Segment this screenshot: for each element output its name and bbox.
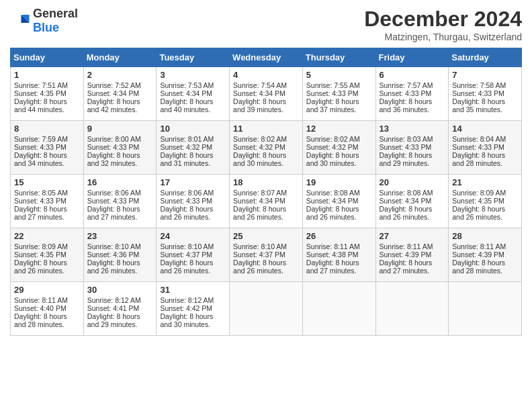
table-cell: 29Sunrise: 8:11 AMSunset: 4:40 PMDayligh… — [11, 282, 84, 336]
col-saturday: Saturday — [449, 48, 522, 67]
daylight-text: Daylight: 8 hours and 26 minutes. — [380, 205, 445, 221]
sunrise-text: Sunrise: 7:58 AM — [452, 81, 518, 89]
sunrise-text: Sunrise: 8:06 AM — [87, 189, 153, 197]
header-row: Sunday Monday Tuesday Wednesday Thursday… — [11, 48, 522, 67]
table-cell: 1Sunrise: 7:51 AMSunset: 4:35 PMDaylight… — [11, 67, 84, 121]
daylight-text: Daylight: 8 hours and 31 minutes. — [160, 151, 226, 167]
daylight-text: Daylight: 8 hours and 37 minutes. — [306, 97, 372, 113]
sunrise-text: Sunrise: 8:08 AM — [380, 189, 445, 197]
sunset-text: Sunset: 4:34 PM — [160, 89, 226, 97]
table-cell: 20Sunrise: 8:08 AMSunset: 4:34 PMDayligh… — [375, 175, 449, 228]
sunrise-text: Sunrise: 7:59 AM — [14, 135, 80, 143]
day-number: 24 — [160, 231, 226, 241]
daylight-text: Daylight: 8 hours and 26 minutes. — [160, 205, 226, 221]
col-tuesday: Tuesday — [157, 48, 230, 67]
day-number: 5 — [306, 70, 372, 80]
sunrise-text: Sunrise: 7:54 AM — [233, 81, 299, 89]
table-cell: 18Sunrise: 8:07 AMSunset: 4:34 PMDayligh… — [230, 175, 303, 228]
sunrise-text: Sunrise: 8:00 AM — [87, 135, 153, 143]
table-cell: 16Sunrise: 8:06 AMSunset: 4:33 PMDayligh… — [83, 175, 157, 228]
day-number: 11 — [233, 124, 299, 134]
sunset-text: Sunset: 4:39 PM — [380, 250, 445, 259]
day-number: 6 — [380, 70, 445, 80]
col-monday: Monday — [83, 48, 157, 67]
day-number: 31 — [160, 285, 226, 295]
daylight-text: Daylight: 8 hours and 35 minutes. — [452, 97, 518, 113]
logo: General Blue — [10, 7, 78, 35]
table-cell: 17Sunrise: 8:06 AMSunset: 4:33 PMDayligh… — [157, 175, 230, 228]
day-number: 7 — [452, 70, 518, 80]
sunset-text: Sunset: 4:42 PM — [160, 304, 226, 312]
sunrise-text: Sunrise: 8:11 AM — [380, 242, 445, 250]
sunset-text: Sunset: 4:36 PM — [87, 250, 153, 259]
table-cell: 21Sunrise: 8:09 AMSunset: 4:35 PMDayligh… — [449, 175, 522, 228]
table-cell: 24Sunrise: 8:10 AMSunset: 4:37 PMDayligh… — [157, 228, 230, 282]
sunset-text: Sunset: 4:34 PM — [380, 197, 445, 205]
table-cell: 31Sunrise: 8:12 AMSunset: 4:42 PMDayligh… — [157, 282, 230, 336]
sunset-text: Sunset: 4:41 PM — [87, 304, 153, 312]
day-number: 4 — [233, 70, 299, 80]
sunset-text: Sunset: 4:32 PM — [233, 143, 299, 151]
sunrise-text: Sunrise: 8:11 AM — [306, 242, 372, 250]
sunset-text: Sunset: 4:33 PM — [380, 143, 445, 151]
sunset-text: Sunset: 4:35 PM — [452, 197, 518, 205]
daylight-text: Daylight: 8 hours and 26 minutes. — [160, 259, 226, 275]
day-number: 1 — [14, 70, 80, 80]
daylight-text: Daylight: 8 hours and 27 minutes. — [380, 259, 445, 275]
sunset-text: Sunset: 4:33 PM — [452, 143, 518, 151]
day-number: 10 — [160, 124, 226, 134]
table-cell: 6Sunrise: 7:57 AMSunset: 4:33 PMDaylight… — [375, 67, 449, 121]
day-number: 19 — [306, 177, 372, 187]
sunset-text: Sunset: 4:39 PM — [452, 250, 518, 259]
table-cell: 14Sunrise: 8:04 AMSunset: 4:33 PMDayligh… — [449, 121, 522, 175]
day-number: 26 — [306, 231, 372, 241]
sunrise-text: Sunrise: 8:12 AM — [160, 296, 226, 304]
daylight-text: Daylight: 8 hours and 32 minutes. — [87, 151, 153, 167]
table-cell: 4Sunrise: 7:54 AMSunset: 4:34 PMDaylight… — [230, 67, 303, 121]
table-cell — [302, 282, 375, 336]
daylight-text: Daylight: 8 hours and 36 minutes. — [380, 97, 445, 113]
sunrise-text: Sunrise: 8:01 AM — [160, 135, 226, 143]
sunrise-text: Sunrise: 8:04 AM — [452, 135, 518, 143]
sunset-text: Sunset: 4:37 PM — [160, 250, 226, 259]
day-number: 20 — [380, 177, 445, 187]
daylight-text: Daylight: 8 hours and 28 minutes. — [452, 259, 518, 275]
table-cell: 22Sunrise: 8:09 AMSunset: 4:35 PMDayligh… — [11, 228, 84, 282]
day-number: 25 — [233, 231, 299, 241]
day-number: 29 — [14, 285, 80, 295]
day-number: 30 — [87, 285, 153, 295]
table-cell — [230, 282, 303, 336]
week-row-1: 1Sunrise: 7:51 AMSunset: 4:35 PMDaylight… — [11, 67, 522, 121]
page-header: General Blue December 2024 Matzingen, Th… — [10, 7, 522, 42]
sunset-text: Sunset: 4:33 PM — [306, 89, 372, 97]
day-number: 22 — [14, 231, 80, 241]
week-row-3: 15Sunrise: 8:05 AMSunset: 4:33 PMDayligh… — [11, 175, 522, 228]
sunset-text: Sunset: 4:34 PM — [233, 89, 299, 97]
logo-blue-text: Blue — [33, 21, 59, 34]
table-cell: 5Sunrise: 7:55 AMSunset: 4:33 PMDaylight… — [302, 67, 375, 121]
table-cell: 10Sunrise: 8:01 AMSunset: 4:32 PMDayligh… — [157, 121, 230, 175]
sunrise-text: Sunrise: 8:12 AM — [87, 296, 153, 304]
table-cell: 15Sunrise: 8:05 AMSunset: 4:33 PMDayligh… — [11, 175, 84, 228]
daylight-text: Daylight: 8 hours and 29 minutes. — [380, 151, 445, 167]
daylight-text: Daylight: 8 hours and 30 minutes. — [306, 151, 372, 167]
title-block: December 2024 Matzingen, Thurgau, Switze… — [364, 7, 522, 42]
sunset-text: Sunset: 4:33 PM — [452, 89, 518, 97]
daylight-text: Daylight: 8 hours and 28 minutes. — [452, 151, 518, 167]
sunset-text: Sunset: 4:32 PM — [160, 143, 226, 151]
day-number: 12 — [306, 124, 372, 134]
table-cell: 12Sunrise: 8:02 AMSunset: 4:32 PMDayligh… — [302, 121, 375, 175]
sunrise-text: Sunrise: 8:06 AM — [160, 189, 226, 197]
sunrise-text: Sunrise: 7:57 AM — [380, 81, 445, 89]
daylight-text: Daylight: 8 hours and 26 minutes. — [452, 205, 518, 221]
sunset-text: Sunset: 4:33 PM — [14, 197, 80, 205]
logo-icon — [10, 11, 30, 31]
daylight-text: Daylight: 8 hours and 26 minutes. — [233, 259, 299, 275]
sunrise-text: Sunrise: 8:05 AM — [14, 189, 80, 197]
logo-general-text: General — [33, 7, 78, 20]
sunset-text: Sunset: 4:32 PM — [306, 143, 372, 151]
sunrise-text: Sunrise: 7:53 AM — [160, 81, 226, 89]
sunrise-text: Sunrise: 8:10 AM — [233, 242, 299, 250]
day-number: 15 — [14, 177, 80, 187]
table-cell: 25Sunrise: 8:10 AMSunset: 4:37 PMDayligh… — [230, 228, 303, 282]
